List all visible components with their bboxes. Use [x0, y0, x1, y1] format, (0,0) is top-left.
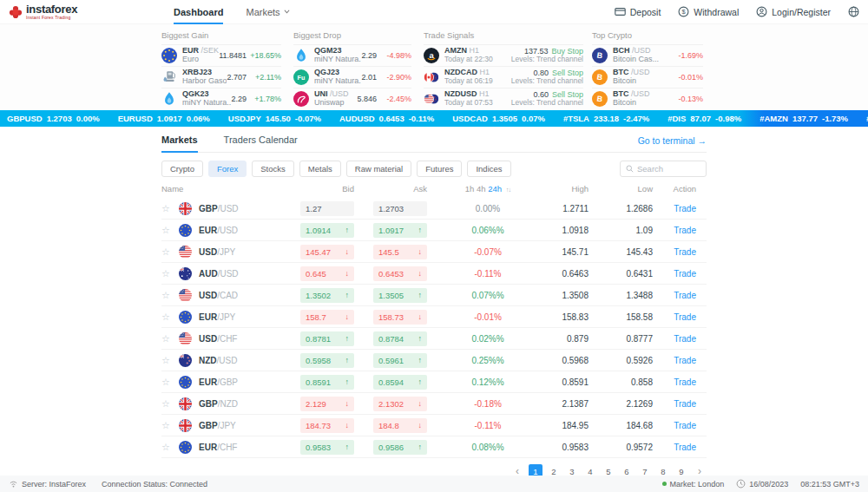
quote-item[interactable]: BBTC /USDBitcoin-0.13%: [592, 88, 703, 109]
ask-cell: 0.5961↑: [373, 353, 448, 368]
ticker-item[interactable]: #AMZN137.77-1.73%: [760, 114, 848, 123]
ask-quote-button[interactable]: 158.73↓: [373, 310, 427, 325]
pair-name: EUR/CHF: [179, 441, 300, 454]
language-selector[interactable]: [848, 6, 859, 17]
ticker-item[interactable]: #DIS87.07-0.98%: [667, 114, 741, 123]
login-register-button[interactable]: Login/Register: [756, 6, 831, 17]
bid-quote-button[interactable]: 1.27: [300, 201, 354, 216]
nav-markets[interactable]: Markets: [246, 0, 289, 24]
col-change[interactable]: 1h 4h 24h ↑↓: [448, 184, 528, 194]
trade-link[interactable]: Trade: [674, 443, 696, 452]
bid-quote-button[interactable]: 0.645↓: [300, 266, 354, 281]
bid-quote-button[interactable]: 0.8591↑: [300, 375, 354, 390]
instaforex-logo[interactable]: instaforex Instant Forex Trading: [9, 3, 139, 20]
favorite-star-icon[interactable]: ☆: [161, 268, 179, 279]
filter-chip-raw-material[interactable]: Raw material: [346, 161, 411, 177]
bid-quote-button[interactable]: 1.3502↑: [300, 288, 354, 303]
ask-quote-button[interactable]: 1.2703: [373, 201, 427, 216]
ticker-item[interactable]: AUDUSD0.6453-0.11%: [339, 114, 434, 123]
tab-traders-calendar[interactable]: Traders Calendar: [224, 134, 298, 153]
bid-quote-button[interactable]: 0.9583↑: [300, 440, 354, 455]
ticker-item[interactable]: GBPUSD1.27030.00%: [7, 114, 100, 123]
filter-chip-futures[interactable]: Futures: [417, 161, 462, 177]
ask-quote-button[interactable]: 0.6453↓: [373, 266, 427, 281]
sort-icon[interactable]: ↑↓: [506, 186, 511, 194]
favorite-star-icon[interactable]: ☆: [161, 290, 179, 301]
bid-quote-button[interactable]: 1.0914↑: [300, 223, 354, 238]
bid-quote-button[interactable]: 2.129↓: [300, 397, 354, 411]
period-1h[interactable]: 1h: [465, 184, 475, 194]
tab-markets[interactable]: Markets: [161, 134, 198, 153]
favorite-star-icon[interactable]: ☆: [161, 420, 179, 431]
quote-values: 11.8481+18.65%: [219, 51, 281, 60]
table-row: ☆AUD/USD0.645↓0.6453↓-0.11%0.64630.6431T…: [161, 263, 707, 285]
quote-item[interactable]: BBCH /USDBitcoin Cas...-1.69%: [592, 44, 703, 66]
dollar-icon: $: [678, 6, 689, 17]
ask-quote-button[interactable]: 1.0917↑: [373, 223, 427, 238]
filter-chip-forex[interactable]: Forex: [208, 161, 247, 177]
ticker-item[interactable]: USDJPY145.50-0.07%: [228, 114, 321, 123]
quote-item[interactable]: QGM23miNY Natura...2.29-4.98%: [293, 44, 411, 66]
trade-signal-item[interactable]: aAMZN H1Today at 22:30137.53Buy StopLeve…: [424, 44, 583, 66]
trade-link[interactable]: Trade: [674, 356, 696, 365]
quote-item[interactable]: XRBJ23Harbor Gaso...2.707+2.11%: [161, 66, 281, 88]
favorite-star-icon[interactable]: ☆: [161, 377, 179, 388]
quote-item[interactable]: QGK23miNY Natura...2.29+1.78%: [161, 88, 281, 109]
favorite-star-icon[interactable]: ☆: [161, 355, 179, 366]
ask-quote-button[interactable]: 2.1302↓: [373, 397, 427, 411]
filter-chip-indices[interactable]: Indices: [467, 161, 510, 177]
trade-link[interactable]: Trade: [674, 269, 696, 279]
trade-link[interactable]: Trade: [674, 334, 696, 344]
ask-quote-button[interactable]: 0.8594↑: [373, 375, 427, 390]
quote-symbol: BTC /USD: [613, 69, 650, 77]
favorite-star-icon[interactable]: ☆: [161, 246, 179, 258]
trade-link[interactable]: Trade: [674, 421, 696, 430]
quote-item[interactable]: FuQGJ23miNY Natura...2.01-2.90%: [293, 66, 411, 88]
quote-item[interactable]: EUR /SEKEuro11.8481+18.65%: [161, 44, 281, 66]
period-24h[interactable]: 24h: [488, 184, 502, 194]
period-4h[interactable]: 4h: [477, 184, 486, 194]
deposit-button[interactable]: Deposit: [615, 6, 661, 17]
search-box[interactable]: [620, 161, 707, 177]
ask-quote-button[interactable]: 1.3505↑: [373, 288, 427, 303]
trade-link[interactable]: Trade: [674, 312, 696, 322]
ask-quote-button[interactable]: 184.8↓: [373, 418, 427, 433]
go-to-terminal-link[interactable]: Go to terminal →: [638, 135, 707, 152]
favorite-star-icon[interactable]: ☆: [161, 398, 179, 410]
bid-quote-button[interactable]: 0.5958↑: [300, 353, 354, 368]
favorite-star-icon[interactable]: ☆: [161, 203, 179, 214]
filter-chip-crypto[interactable]: Crypto: [161, 161, 203, 177]
high-value: 1.0918: [528, 226, 589, 235]
trade-signal-item[interactable]: NZDCAD H1Today at 06:190.80Sell StopLeve…: [424, 66, 583, 88]
bid-quote-button[interactable]: 158.7↓: [300, 310, 354, 325]
favorite-star-icon[interactable]: ☆: [161, 312, 179, 323]
search-input[interactable]: [637, 164, 700, 174]
filter-chip-stocks[interactable]: Stocks: [252, 161, 294, 177]
trade-link[interactable]: Trade: [674, 377, 696, 387]
filter-chip-metals[interactable]: Metals: [299, 161, 341, 177]
ask-quote-button[interactable]: 0.9586↑: [373, 440, 427, 455]
favorite-star-icon[interactable]: ☆: [161, 225, 179, 236]
ticker-item[interactable]: #TSLA233.18-2.47%: [563, 114, 649, 123]
bid-quote-button[interactable]: 0.8781↑: [300, 331, 354, 346]
bid-quote-button[interactable]: 184.73↓: [300, 418, 354, 433]
favorite-star-icon[interactable]: ☆: [161, 442, 179, 453]
trade-link[interactable]: Trade: [674, 247, 696, 257]
trade-signal-item[interactable]: NZDUSD H1Today at 07:530.60Sell StopLeve…: [424, 88, 583, 109]
ticker-item[interactable]: EURUSD1.09170.06%: [118, 114, 210, 123]
btc-icon: B: [592, 69, 608, 85]
ask-quote-button[interactable]: 145.5↓: [373, 245, 427, 259]
trade-link[interactable]: Trade: [674, 291, 696, 300]
withdrawal-button[interactable]: $ Withdrawal: [678, 6, 739, 17]
ticker-item[interactable]: USDCAD1.35050.07%: [452, 114, 545, 123]
quote-item[interactable]: UNI /USDUniswap5.846-2.45%: [293, 88, 411, 109]
bid-quote-button[interactable]: 145.47↓: [300, 245, 354, 259]
trade-link[interactable]: Trade: [674, 204, 696, 213]
favorite-star-icon[interactable]: ☆: [161, 333, 179, 344]
ask-quote-button[interactable]: 0.5961↑: [373, 353, 427, 368]
trade-link[interactable]: Trade: [674, 399, 696, 409]
nav-dashboard[interactable]: Dashboard: [174, 0, 223, 24]
trade-link[interactable]: Trade: [674, 226, 696, 235]
quote-item[interactable]: BBTC /USDBitcoin-0.01%: [592, 66, 703, 88]
ask-quote-button[interactable]: 0.8784↑: [373, 331, 427, 346]
